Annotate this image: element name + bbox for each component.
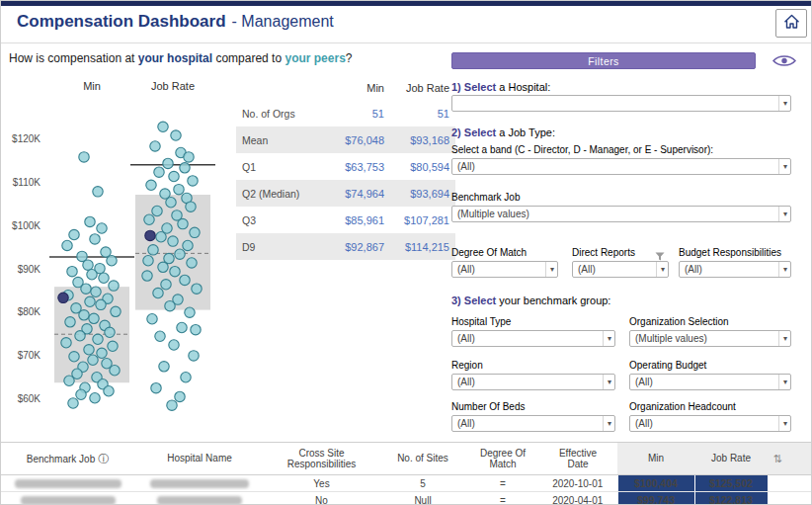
table-row[interactable]: No Null = 2020-04-01 $99,743 $122,813 <box>1 492 812 505</box>
number-of-beds-dropdown[interactable]: (All)▾ <box>451 415 615 432</box>
info-icon[interactable]: ⓘ <box>98 453 109 464</box>
filters-panel: Filters 1) Select a Hospital: ▾ 2) Selec… <box>451 52 801 440</box>
chevron-down-icon: ▾ <box>603 375 611 389</box>
stats-col-job-rate: Job Rate <box>390 80 455 100</box>
stat-min: 51 <box>325 100 390 126</box>
chevron-down-icon: ▾ <box>656 262 665 277</box>
step3-label: 3) Select your benchmark group: <box>451 295 610 306</box>
filters-button[interactable]: Filters <box>451 52 756 69</box>
svg-text:$90K: $90K <box>18 264 41 275</box>
stat-label: Mean <box>236 126 325 153</box>
operating-budget-label: Operating Budget <box>629 360 706 371</box>
scatter-plot[interactable]: $120K$110K$100K$90K$80K$70K$60K <box>5 98 234 446</box>
home-button[interactable] <box>775 9 807 38</box>
chevron-down-icon: ▾ <box>778 262 787 277</box>
direct-reports-label: Direct Reports <box>572 247 635 258</box>
beds-dropdown-value: (All) <box>457 418 475 429</box>
org-selection-dropdown-value: (Multiple values) <box>635 333 707 344</box>
organization-selection-dropdown[interactable]: (Multiple values)▾ <box>629 330 791 347</box>
sort-icon-cell: ⇅ <box>768 443 787 475</box>
page-title: Compensation Dashboard- Management <box>17 12 334 32</box>
svg-text:$110K: $110K <box>13 177 41 188</box>
chevron-down-icon: ▾ <box>603 416 611 431</box>
col-no-of-sites: No. of Sites <box>378 443 467 475</box>
table-row: Q3$85,961$107,281 <box>236 207 455 233</box>
compensation-dashboard: Compensation Dashboard- Management How i… <box>0 0 812 505</box>
min-cell: $99,743 <box>617 492 694 505</box>
headcount-dropdown-value: (All) <box>635 418 653 429</box>
chevron-down-icon: ▾ <box>603 331 611 346</box>
col-cross-site: Cross Site Responsibilities <box>265 443 378 475</box>
operating-budget-dropdown[interactable]: (All)▾ <box>629 374 791 390</box>
question-suffix: ? <box>346 51 353 65</box>
hospital-name-cell <box>134 492 265 505</box>
hospital-dropdown[interactable]: ▾ <box>451 95 791 112</box>
table-row: Q1$63,753$80,594 <box>236 153 455 180</box>
benchmark-job-dropdown[interactable]: (Multiple values)▾ <box>451 206 791 222</box>
chart-column-label-job-rate: Job Rate <box>143 80 203 92</box>
region-dropdown-value: (All) <box>457 377 475 387</box>
organization-headcount-dropdown[interactable]: (All)▾ <box>629 415 791 432</box>
benchmark-job-dropdown-value: (Multiple values) <box>457 209 529 219</box>
degree-cell: = <box>467 492 538 505</box>
chevron-down-icon: ▾ <box>778 207 787 221</box>
sort-icon[interactable]: ⇅ <box>772 453 781 464</box>
chevron-down-icon: ▾ <box>545 262 554 277</box>
direct-reports-dropdown-value: (All) <box>578 264 596 275</box>
organization-headcount-label: Organization Headcount <box>629 401 736 412</box>
degree-dropdown-value: (All) <box>457 264 475 275</box>
col-effective-date: Effective Date <box>538 443 617 475</box>
min-cell: $100,404 <box>617 475 694 492</box>
region-label: Region <box>451 360 483 371</box>
question-middle: compared to <box>212 51 284 65</box>
col-hospital-name: Hospital Name <box>134 443 265 475</box>
stat-min: $85,961 <box>325 207 390 233</box>
benchmark-job-label: Benchmark Job <box>451 192 520 203</box>
degree-cell: = <box>467 475 538 492</box>
direct-reports-dropdown[interactable]: (All)▾ <box>572 261 669 278</box>
stat-label: Q3 <box>236 207 325 233</box>
stat-job-rate: $114,215 <box>390 233 455 260</box>
stats-col-min: Min <box>325 80 390 100</box>
col-benchmark-job: Benchmark Jobⓘ <box>1 443 134 475</box>
cross-site-cell: Yes <box>265 475 378 492</box>
stat-job-rate: $93,168 <box>390 126 455 153</box>
pay-distribution-chart: Min Job Rate $120K$110K$100K$90K$80K$70K… <box>5 72 234 448</box>
band-dropdown[interactable]: (All)▾ <box>451 158 791 175</box>
table-row: No. of Orgs5151 <box>236 100 455 126</box>
home-icon <box>783 14 800 34</box>
benchmark-table: Benchmark Jobⓘ Hospital Name Cross Site … <box>1 442 812 505</box>
cross-site-cell: No <box>265 492 378 505</box>
degree-of-match-dropdown[interactable]: (All)▾ <box>451 261 558 278</box>
hospital-type-label: Hospital Type <box>451 316 511 327</box>
redacted-text <box>150 479 249 488</box>
svg-text:$80K: $80K <box>18 306 41 317</box>
chevron-down-icon: ▾ <box>778 375 787 389</box>
hospital-type-dropdown[interactable]: (All)▾ <box>451 330 615 347</box>
benchmark-job-cell <box>1 475 134 492</box>
date-cell: 2020-04-01 <box>538 492 617 505</box>
question-your-hospital: your hospital <box>138 51 212 65</box>
benchmark-job-cell <box>1 492 134 505</box>
page-title-sub: - Management <box>232 13 334 30</box>
chevron-down-icon: ▾ <box>778 331 787 346</box>
number-of-beds-label: Number Of Beds <box>451 401 525 412</box>
summary-stats: Min Job Rate No. of Orgs5151 Mean$76,048… <box>236 80 455 260</box>
stat-label: D9 <box>236 233 325 260</box>
stat-min: $92,867 <box>325 233 390 260</box>
table-row[interactable]: Yes 5 = 2020-10-01 $100,404 $125,502 <box>1 475 812 492</box>
budget-responsibilities-dropdown[interactable]: (All)▾ <box>679 261 791 278</box>
region-dropdown[interactable]: (All)▾ <box>451 374 615 390</box>
stat-min: $74,964 <box>325 180 390 207</box>
col-degree-of-match: Degree Of Match <box>467 443 538 475</box>
chevron-down-icon: ▾ <box>778 159 787 174</box>
stat-job-rate: $107,281 <box>390 207 455 233</box>
svg-text:$100K: $100K <box>12 220 41 231</box>
eye-icon[interactable] <box>771 53 797 72</box>
stat-label: Q2 (Median) <box>236 180 325 207</box>
step1-label: 1) Select a Hospital: <box>451 81 550 93</box>
hospital-name-cell <box>134 475 265 492</box>
stat-job-rate: $80,594 <box>390 153 455 180</box>
hospital-type-dropdown-value: (All) <box>457 333 475 344</box>
stat-min: $76,048 <box>325 126 390 153</box>
